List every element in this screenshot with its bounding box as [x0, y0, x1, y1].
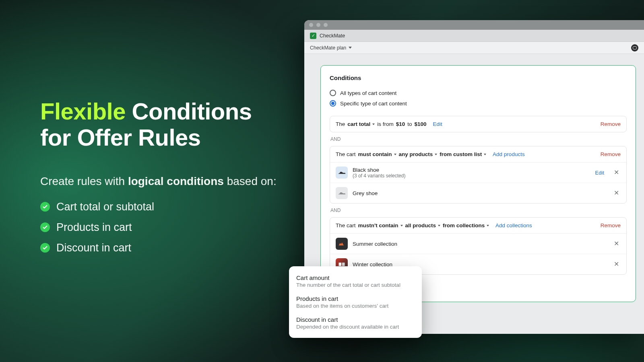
- chat-icon[interactable]: [631, 44, 638, 51]
- radio-specific[interactable]: Specific type of cart content: [330, 98, 627, 109]
- popover-option-cart-amount[interactable]: Cart amount The number of the cart total…: [296, 272, 415, 288]
- traffic-light-min[interactable]: [316, 23, 320, 27]
- add-products-link[interactable]: Add products: [493, 151, 525, 157]
- product-sub: (3 of 4 variants selected): [353, 173, 405, 179]
- collection-name: Summer collection: [353, 241, 397, 247]
- qty-dropdown[interactable]: all products: [405, 222, 441, 228]
- card-title: Conditions: [330, 74, 627, 81]
- and-separator: AND: [330, 204, 627, 217]
- product-name: Black shoe: [353, 167, 405, 173]
- bullet-item: Cart total or subtotal: [40, 197, 290, 217]
- check-icon: [40, 202, 50, 212]
- rule-cart-total: The cart total is from $10 to $100 Edit …: [330, 116, 627, 132]
- bullet-item: Discount in cart: [40, 238, 290, 258]
- and-separator: AND: [330, 132, 627, 146]
- close-icon[interactable]: ✕: [612, 259, 621, 269]
- remove-link[interactable]: Remove: [601, 121, 621, 127]
- check-icon: [40, 243, 50, 253]
- headline-highlight: Flexible: [40, 98, 126, 124]
- condition-type-popover: Cart amount The number of the cart total…: [289, 266, 422, 338]
- radio-icon: [330, 90, 336, 96]
- source-dropdown[interactable]: from custom list: [440, 151, 486, 157]
- product-row: Black shoe (3 of 4 variants selected) Ed…: [330, 162, 626, 183]
- field-dropdown[interactable]: cart total: [347, 121, 375, 127]
- radio-all[interactable]: All types of cart content: [330, 88, 627, 98]
- collection-row: Summer collection ✕: [330, 234, 626, 254]
- edit-link[interactable]: Edit: [595, 170, 604, 176]
- chevron-down-icon: [484, 154, 486, 155]
- verb-dropdown[interactable]: must contain: [358, 151, 396, 157]
- edit-link[interactable]: Edit: [433, 121, 442, 127]
- bullet-item: Products in cart: [40, 217, 290, 238]
- chevron-down-icon: [372, 123, 375, 125]
- marketing-copy: Flexible Conditions for Offer Rules Crea…: [40, 99, 290, 258]
- chevron-down-icon: [394, 154, 396, 155]
- scope-radio-group: All types of cart content Specific type …: [330, 88, 627, 109]
- verb-dropdown[interactable]: mustn't contain: [358, 222, 403, 228]
- svg-rect-1: [342, 263, 345, 266]
- bullet-list: Cart total or subtotal Products in cart …: [40, 197, 290, 258]
- popover-option-discount[interactable]: Discount in cart Depended on the discoun…: [296, 314, 415, 330]
- remove-link[interactable]: Remove: [601, 222, 621, 228]
- rule-must-contain: The cart must contain any products from …: [330, 146, 627, 204]
- popover-option-products[interactable]: Products in cart Based on the items on c…: [296, 293, 415, 309]
- product-name: Grey shoe: [353, 190, 378, 196]
- headline: Flexible Conditions for Offer Rules: [40, 99, 290, 151]
- subheadline: Create rules with logical conditions bas…: [40, 175, 290, 188]
- qty-dropdown[interactable]: any products: [399, 151, 438, 157]
- remove-link[interactable]: Remove: [601, 151, 621, 157]
- close-icon[interactable]: ✕: [612, 168, 621, 177]
- collection-thumb: [336, 238, 348, 250]
- product-thumb: [336, 167, 348, 179]
- window-titlebar: [304, 20, 644, 30]
- app-bar: ✓ CheckMate: [304, 30, 644, 42]
- plan-bar: CheckMate plan: [304, 42, 644, 54]
- app-icon: ✓: [310, 33, 316, 39]
- chevron-down-icon: [487, 225, 489, 226]
- product-thumb: [336, 187, 348, 199]
- chevron-down-icon: [438, 225, 440, 226]
- chevron-down-icon: [400, 225, 403, 226]
- chevron-down-icon: [435, 154, 437, 155]
- add-collections-link[interactable]: Add collections: [495, 222, 532, 228]
- product-row: Grey shoe ✕: [330, 183, 626, 203]
- traffic-light-max[interactable]: [324, 23, 328, 27]
- plan-dropdown[interactable]: CheckMate plan: [310, 45, 352, 51]
- source-dropdown[interactable]: from collections: [443, 222, 489, 228]
- radio-icon-selected: [330, 100, 336, 107]
- app-name: CheckMate: [320, 33, 345, 39]
- check-icon: [40, 222, 50, 232]
- close-icon[interactable]: ✕: [612, 188, 621, 198]
- close-icon[interactable]: ✕: [612, 239, 621, 249]
- traffic-light-close[interactable]: [309, 23, 313, 27]
- svg-rect-0: [339, 263, 342, 266]
- chevron-down-icon: [349, 47, 352, 49]
